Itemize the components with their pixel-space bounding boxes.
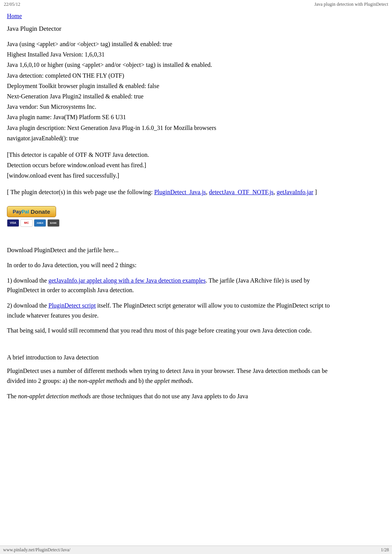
otf-line: Detection occurs before window.onload ev… xyxy=(7,160,339,170)
card-icons: VISA MC AMEX BANK xyxy=(7,219,339,227)
plugin-links-intro: [ The plugin detector(s) in this web pag… xyxy=(7,189,154,195)
donate-label: Donate xyxy=(31,208,50,215)
brief-intro-mid: and b) the xyxy=(127,378,154,384)
plugin-links-outro: ] xyxy=(313,189,317,195)
brief-intro-paragraph: PluginDetect uses a number of different … xyxy=(7,366,339,386)
spacer2 xyxy=(7,341,339,349)
nonapplet-paragraph: The non-applet detection methods are tho… xyxy=(7,391,339,401)
detection-info: Java (using <applet> and/or <object> tag… xyxy=(7,39,339,143)
detection-line: navigator.javaEnabled(): true xyxy=(7,133,339,143)
item1: 1) download the getJavaInfo.jar applet a… xyxy=(7,276,339,295)
plugindetect-script-link[interactable]: PluginDetect script xyxy=(48,302,96,309)
detection-line: Highest Installed Java Version: 1,6,0,31 xyxy=(7,49,339,60)
top-bar: 22/05/12 Java plugin detection with Plug… xyxy=(0,0,392,9)
otf-line: [This detector is capable of OTF & NOTF … xyxy=(7,150,339,160)
non-applet-methods-em1: non-applet methods xyxy=(78,378,127,384)
detection-line: Java 1,6,0,10 or higher (using <applet> … xyxy=(7,60,339,70)
detection-line: Java plugin name: Java(TM) Platform SE 6… xyxy=(7,112,339,122)
plugin-link-0[interactable]: PluginDetect_Java.js xyxy=(154,189,206,195)
main-content: Home Java Plugin Detector Java (using <a… xyxy=(0,9,346,418)
spacer1 xyxy=(7,238,339,245)
non-applet-detection-em: non-applet detection methods xyxy=(18,393,91,399)
visa-icon: VISA xyxy=(7,219,19,227)
download-text: Download PluginDetect and the jarfile he… xyxy=(7,245,339,255)
detection-line: Next-Generation Java Plugin2 installed &… xyxy=(7,91,339,101)
donate-section: PayPal Donate VISA MC AMEX BANK xyxy=(7,206,339,227)
nonapplet-pre: The xyxy=(7,393,18,399)
applet-methods-em: applet methods xyxy=(154,378,192,384)
otf-line: [window.onload event has fired successfu… xyxy=(7,170,339,181)
item1-pre: 1) download the xyxy=(7,277,48,284)
top-date: 22/05/12 xyxy=(4,2,20,7)
item2: 2) download the PluginDetect script itse… xyxy=(7,301,339,320)
home-link[interactable]: Home xyxy=(7,13,22,20)
paypal-pal: Pal xyxy=(22,209,29,215)
detection-line: Deployment Toolkit browser plugin instal… xyxy=(7,81,339,91)
bank-icon: BANK xyxy=(47,219,60,227)
plugin-link-sep: , xyxy=(206,189,209,195)
brief-intro-end: . xyxy=(192,378,193,384)
paypal-logo: PayPal xyxy=(13,209,29,215)
brief-intro-title: A brief introduction to Java detection xyxy=(7,353,339,363)
amex-icon: AMEX xyxy=(34,219,46,227)
plugin-links-para: [ The plugin detector(s) in this web pag… xyxy=(7,187,339,197)
nonapplet-post: are those techniques that do not use any… xyxy=(91,393,248,399)
detection-line: Java vendor: Sun Microsystems Inc. xyxy=(7,101,339,112)
intro-text: In order to do Java detection, you will … xyxy=(7,260,339,270)
plugin-link-1[interactable]: detectJava_OTF_NOTF.js xyxy=(209,189,274,195)
top-title: Java plugin detection with PluginDetect xyxy=(314,2,388,7)
detection-line: Java (using <applet> and/or <object> tag… xyxy=(7,39,339,49)
getjavainfo-link[interactable]: getJavaInfo.jar applet along with a few … xyxy=(48,277,206,284)
plugin-link-2[interactable]: getJavaInfo.jar xyxy=(277,189,314,195)
detection-line: Java plugin description: Next Generation… xyxy=(7,123,339,133)
otf-section: [This detector is capable of OTF & NOTF … xyxy=(7,150,339,181)
recommendation-text: That being said, I would still recommend… xyxy=(7,326,339,336)
plugin-link-sep: , xyxy=(274,189,277,195)
mastercard-icon: MC xyxy=(20,219,33,227)
detection-line: Java detection: completed ON THE FLY (OT… xyxy=(7,70,339,81)
paypal-pay: Pay xyxy=(13,209,22,215)
item2-pre: 2) download the xyxy=(7,302,48,309)
donate-button[interactable]: PayPal Donate xyxy=(7,206,56,217)
page-title: Java Plugin Detector xyxy=(7,25,339,33)
plugin-links-section: [ The plugin detector(s) in this web pag… xyxy=(7,187,339,197)
